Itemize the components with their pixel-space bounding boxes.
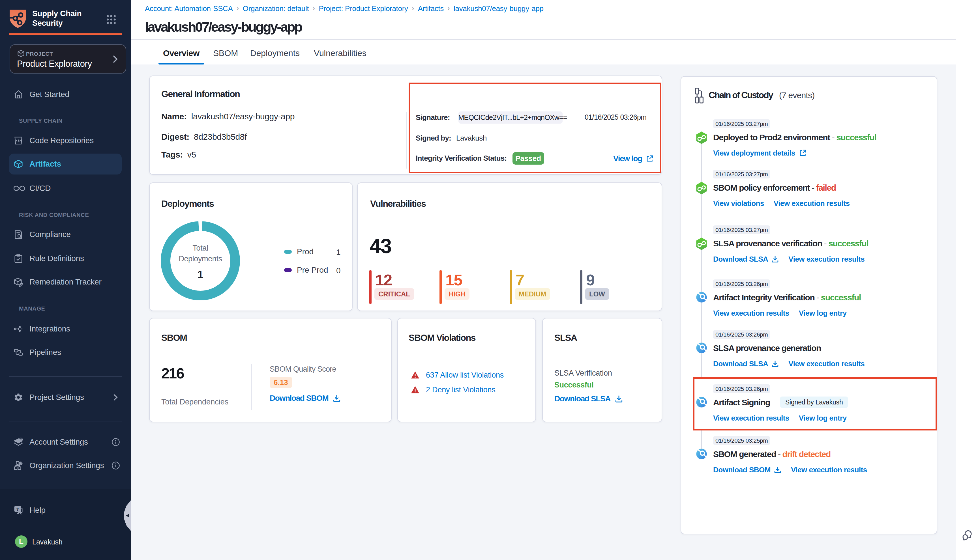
svg-text:?: ? [17, 507, 19, 512]
